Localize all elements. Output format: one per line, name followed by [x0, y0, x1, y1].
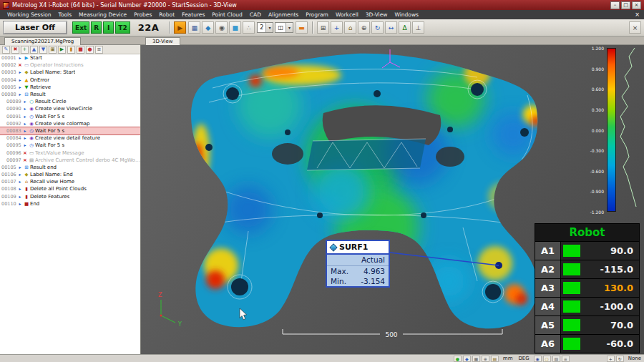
- program-step-row[interactable]: 00003▸◆Label Name: Start: [0, 69, 140, 76]
- pause-icon[interactable]: ▮: [67, 46, 75, 54]
- program-step-row[interactable]: 00002×▭Operator Instructions: [0, 62, 140, 69]
- axes-display-icon[interactable]: Δ: [399, 21, 411, 34]
- create-view-icon: ◉: [28, 120, 35, 127]
- surf1-callout[interactable]: SURF1 Actual Max. 4.963 Min. -3.154: [326, 240, 390, 288]
- menu-item-3d-view[interactable]: 3D-View: [362, 11, 391, 19]
- tab-3d-view[interactable]: 3D-View: [145, 37, 180, 45]
- program-step-row[interactable]: 00083▸◷Wait For 5 s: [0, 127, 140, 134]
- step-marker-icon: ▸: [17, 164, 23, 171]
- program-step-row[interactable]: 00084▸◉Create view detail feature: [0, 134, 140, 142]
- step-label: End: [30, 200, 39, 207]
- program-step-row[interactable]: 00004▸▲OnError: [0, 77, 140, 84]
- step-number: 00002: [0, 62, 17, 69]
- orbit-tool-icon[interactable]: ↻: [616, 356, 624, 362]
- menu-item-windows[interactable]: Windows: [391, 11, 421, 19]
- program-step-row[interactable]: 00106▸◆Label Name: End: [0, 171, 140, 178]
- menu-item-probes[interactable]: Probes: [130, 11, 155, 19]
- breakpoint-icon[interactable]: ●: [86, 46, 94, 54]
- toolbar-close-icon[interactable]: ×: [629, 21, 641, 34]
- program-step-row[interactable]: 00092▸◉Create view colormap: [0, 120, 140, 127]
- list-options-icon[interactable]: ≡: [95, 46, 103, 54]
- menu-item-workcell[interactable]: Workcell: [332, 11, 362, 19]
- select-probe-icon[interactable]: ◆: [202, 21, 214, 34]
- 3d-viewport[interactable]: 500 Z Y 1.2000.9000.6000.3000.000-0.300-…: [141, 45, 644, 354]
- mode-button-ext[interactable]: Ext: [72, 21, 89, 34]
- menu-item-alignments[interactable]: Alignments: [265, 11, 302, 19]
- minimize-button[interactable]: –: [610, 1, 620, 9]
- coordinate-system-icon[interactable]: ⊕: [482, 356, 489, 362]
- program-step-row[interactable]: 00090▸◉Create view ViewCircle: [0, 105, 140, 112]
- copy-step-icon[interactable]: ▣: [49, 46, 57, 54]
- edit-step-icon[interactable]: ✎: [2, 46, 10, 54]
- angle-units-label[interactable]: DEG: [515, 356, 532, 361]
- render-mode-icon[interactable]: ■: [229, 21, 241, 34]
- menu-item-tools[interactable]: Tools: [55, 11, 75, 19]
- jog-robot-icon[interactable]: +: [331, 21, 343, 34]
- mode-button-r[interactable]: R: [91, 21, 102, 34]
- program-step-row[interactable]: 00107▸⌂Recall view Home: [0, 178, 140, 185]
- delete-step-icon[interactable]: ✖: [11, 46, 19, 54]
- units-label[interactable]: mm: [500, 356, 516, 361]
- menu-item-measuring-device[interactable]: Measuring Device: [75, 11, 130, 19]
- menu-item-point-cloud[interactable]: Point Cloud: [208, 11, 245, 19]
- snapshot-icon[interactable]: ◉: [215, 21, 228, 34]
- mode-button-i[interactable]: I: [103, 21, 114, 34]
- eraser-icon[interactable]: ▬: [296, 21, 308, 34]
- close-button[interactable]: ×: [632, 1, 641, 9]
- point-cloud-icon[interactable]: ∴: [243, 21, 255, 34]
- program-step-row[interactable]: 00095▸◷Wait For 5 s: [0, 142, 140, 149]
- move-down-icon[interactable]: ▼: [39, 46, 47, 54]
- menu-item-cad[interactable]: CAD: [246, 11, 265, 19]
- program-step-row[interactable]: 00096×▭Text/Value Message: [0, 149, 140, 156]
- run-from-here-icon[interactable]: ▶: [58, 46, 66, 54]
- layers-icon[interactable]: ▤: [491, 356, 499, 362]
- view-split-dropdown[interactable]: ◫▾: [275, 22, 293, 33]
- rotate-view-icon[interactable]: ↻: [371, 21, 384, 34]
- program-step-row[interactable]: 00005▸▼Retrieve: [0, 84, 140, 91]
- display-settings-icon[interactable]: ▦: [188, 21, 200, 34]
- program-step-row[interactable]: 00089▸○Result Circle: [0, 98, 140, 105]
- program-step-row[interactable]: 00091▸◷Wait For 5 s: [0, 113, 140, 120]
- light-icon[interactable]: ○: [543, 356, 551, 362]
- step-number: 00091: [5, 113, 22, 120]
- program-step-row[interactable]: 00110▸■End: [0, 200, 140, 207]
- section-icon[interactable]: ▧: [552, 356, 560, 362]
- program-tree[interactable]: 00001▸▶Start00002×▭Operator Instructions…: [0, 54, 140, 354]
- dock-icon[interactable]: ⊥: [412, 21, 424, 34]
- maximize-button[interactable]: □: [621, 1, 630, 9]
- callout-max-row: Max. 4.963: [327, 266, 389, 276]
- step-marker-icon: ▸: [22, 134, 28, 142]
- step-marker-icon: ▸: [22, 120, 28, 127]
- add-step-icon[interactable]: +: [21, 46, 29, 54]
- run-program-icon[interactable]: ▶: [174, 21, 186, 34]
- program-step-row[interactable]: 00108▸▮Delete all Point Clouds: [0, 185, 140, 192]
- menu-item-working-session[interactable]: Working Session: [4, 11, 55, 19]
- robot-home-icon[interactable]: ⌂: [344, 21, 356, 34]
- program-step-row[interactable]: 00088▸⊟Result: [0, 91, 140, 98]
- translate-view-icon[interactable]: ↔: [385, 21, 397, 34]
- snap-mode-icon[interactable]: ◆: [463, 356, 471, 362]
- menu-item-program[interactable]: Program: [302, 11, 332, 19]
- robot-axis-row: A6-60.0: [535, 334, 639, 353]
- laser-toggle-button[interactable]: Laser Off: [3, 21, 67, 34]
- program-step-row[interactable]: 00097×▤Archive Current Control derbo 4C …: [0, 157, 140, 164]
- grid-icon[interactable]: ▦: [472, 356, 480, 362]
- menu-close-icon[interactable]: ×: [630, 11, 644, 18]
- view-mode-icon[interactable]: ◉: [534, 356, 542, 362]
- move-up-icon[interactable]: ▲: [30, 46, 38, 54]
- pan-tool-icon[interactable]: +: [607, 356, 615, 362]
- menu-item-robot[interactable]: Robot: [155, 11, 178, 19]
- menu-item-features[interactable]: Features: [178, 11, 208, 19]
- program-step-row[interactable]: 00105▸⊞Result end: [0, 164, 140, 171]
- program-tab[interactable]: Scanning220217.MgProg: [4, 37, 81, 45]
- program-step-row[interactable]: 00001▸▶Start: [0, 54, 140, 62]
- stop-icon[interactable]: ■: [77, 46, 84, 54]
- selection-filter-label[interactable]: None: [625, 356, 644, 361]
- viewport-layout-dropdown[interactable]: 2▾: [257, 22, 273, 33]
- mode-button-t2[interactable]: T2: [115, 21, 130, 34]
- tool-frame-icon[interactable]: ⊕: [358, 21, 370, 34]
- info-icon[interactable]: ≡: [562, 356, 570, 362]
- program-step-row[interactable]: 00109▸▮Delete Features: [0, 193, 140, 200]
- workcell-icon[interactable]: ⊞: [317, 21, 329, 34]
- probe-status-icon[interactable]: ●: [454, 356, 462, 362]
